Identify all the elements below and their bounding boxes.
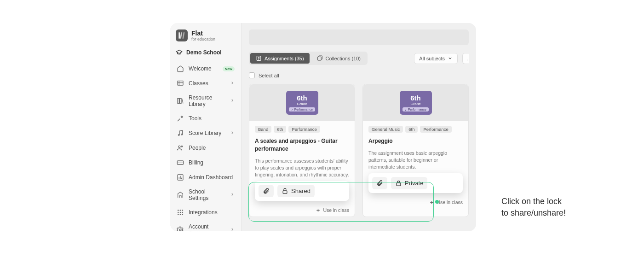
- tab-collections[interactable]: Collections (10): [311, 53, 366, 64]
- svg-point-12: [178, 210, 179, 211]
- svg-point-15: [178, 212, 179, 213]
- card-title: A scales and arpeggios - Guitar performa…: [255, 137, 349, 153]
- svg-point-14: [182, 210, 183, 211]
- performance-pill: ♪ Performance: [402, 107, 429, 111]
- sidebar-item-classes[interactable]: Classes: [174, 76, 237, 91]
- score-icon: [177, 129, 184, 137]
- tab-assignments[interactable]: Assignments (35): [250, 53, 310, 64]
- sidebar-item-people[interactable]: People: [174, 141, 237, 155]
- share-state-label: Private: [405, 180, 423, 187]
- sidebar-item-label: Integrations: [189, 209, 235, 216]
- tag: 6th: [274, 126, 286, 133]
- tab-label: Assignments (35): [264, 56, 304, 61]
- svg-point-6: [178, 135, 179, 136]
- sidebar-item-label: Score Library: [189, 130, 225, 136]
- plus-icon: [429, 200, 434, 205]
- use-in-class-link[interactable]: Use in class: [437, 199, 463, 205]
- card-description: The assignment uses basic arpeggio patte…: [368, 150, 463, 171]
- paperclip-icon: [263, 188, 270, 194]
- svg-point-8: [178, 146, 180, 147]
- dashboard-icon: [177, 174, 184, 181]
- tag: Performance: [288, 126, 320, 133]
- grade-tile: 6th Grade ♪ Performance: [400, 91, 432, 115]
- use-in-class-link[interactable]: Use in class: [323, 207, 349, 213]
- chevron-right-icon: [230, 130, 235, 136]
- assignment-card[interactable]: 6th Grade ♪ Performance General Music 6t…: [362, 84, 469, 217]
- svg-rect-5: [180, 99, 181, 104]
- tag: General Music: [368, 126, 403, 133]
- share-toggle[interactable]: Shared: [277, 185, 315, 197]
- sidebar-item-resource-library[interactable]: Resource Library: [174, 91, 237, 111]
- svg-point-21: [179, 229, 181, 231]
- chevron-right-icon: [230, 192, 235, 198]
- svg-rect-4: [178, 99, 179, 104]
- card-actions: Shared: [255, 181, 349, 201]
- svg-point-13: [180, 210, 181, 211]
- annotation-line: [437, 202, 494, 202]
- sidebar: Flat for education Demo School Welcome N…: [170, 23, 242, 231]
- sidebar-item-account-settings[interactable]: Account Settings: [174, 220, 237, 231]
- filter-subjects[interactable]: All subjects: [414, 53, 458, 64]
- card-title: Arpeggio: [368, 137, 463, 145]
- search-skeleton: [249, 29, 469, 45]
- sidebar-item-welcome[interactable]: Welcome New: [174, 61, 237, 76]
- filter-cutoff[interactable]: .: [462, 53, 469, 64]
- card-actions: Private: [368, 173, 463, 193]
- card-hero: 6th Grade ♪ Performance: [249, 84, 355, 121]
- sidebar-item-admin[interactable]: Admin Dashboard: [174, 170, 237, 185]
- tab-label: Collections (10): [326, 56, 361, 61]
- sidebar-item-integrations[interactable]: Integrations: [174, 205, 237, 220]
- content-tabs: Assignments (35) Collections (10): [249, 52, 368, 65]
- sidebar-item-label: Billing: [189, 159, 235, 166]
- performance-pill: ♪ Performance: [289, 107, 315, 111]
- new-badge: New: [223, 66, 235, 71]
- chevron-down-icon: [448, 56, 453, 61]
- sidebar-item-label: Account Settings: [189, 223, 225, 231]
- svg-point-16: [180, 212, 181, 213]
- tag: Band: [255, 126, 271, 133]
- select-all-label: Select all: [259, 73, 279, 78]
- svg-rect-24: [283, 191, 287, 194]
- school-name: Demo School: [186, 49, 222, 56]
- select-all-checkbox[interactable]: [249, 72, 255, 78]
- gear-icon: [177, 226, 184, 231]
- tag: 6th: [405, 126, 418, 133]
- sidebar-item-label: Tools: [189, 115, 235, 122]
- sidebar-item-label: Classes: [189, 80, 225, 87]
- library-icon: [177, 97, 184, 105]
- svg-rect-1: [180, 32, 182, 38]
- school-switcher[interactable]: Demo School: [174, 46, 237, 61]
- tools-icon: [177, 115, 184, 122]
- svg-rect-25: [397, 183, 401, 186]
- billing-icon: [177, 159, 184, 166]
- sidebar-item-billing[interactable]: Billing: [174, 155, 237, 170]
- filter-label: All subjects: [419, 56, 445, 61]
- sidebar-item-school-settings[interactable]: School Settings: [174, 185, 237, 205]
- share-toggle[interactable]: Private: [391, 177, 427, 189]
- svg-rect-2: [182, 32, 184, 38]
- select-all-row[interactable]: Select all: [249, 72, 469, 78]
- chevron-right-icon: [230, 80, 235, 87]
- plus-icon: [316, 208, 321, 213]
- card-description: This performance assesses students' abil…: [255, 158, 349, 179]
- sidebar-item-label: School Settings: [189, 188, 225, 201]
- paperclip-icon: [376, 180, 383, 187]
- people-icon: [177, 144, 184, 152]
- flat-logo-icon: [176, 29, 188, 41]
- assignment-card[interactable]: 6th Grade ♪ Performance Band 6th Perform…: [249, 84, 355, 217]
- tag-row: Band 6th Performance: [255, 126, 349, 133]
- sidebar-item-tools[interactable]: Tools: [174, 111, 237, 126]
- chevron-right-icon: [230, 98, 235, 104]
- svg-rect-3: [178, 81, 183, 85]
- attachment-button[interactable]: [372, 177, 387, 189]
- share-state-label: Shared: [291, 188, 310, 194]
- sidebar-item-label: Admin Dashboard: [189, 174, 235, 181]
- building-icon: [177, 191, 184, 199]
- lock-open-icon: [282, 188, 288, 194]
- svg-point-17: [182, 212, 183, 213]
- attachment-button[interactable]: [259, 185, 274, 197]
- sidebar-item-score-library[interactable]: Score Library: [174, 126, 237, 141]
- brand-subtitle: for education: [191, 37, 215, 41]
- svg-rect-23: [317, 57, 321, 60]
- chevron-right-icon: [230, 227, 235, 231]
